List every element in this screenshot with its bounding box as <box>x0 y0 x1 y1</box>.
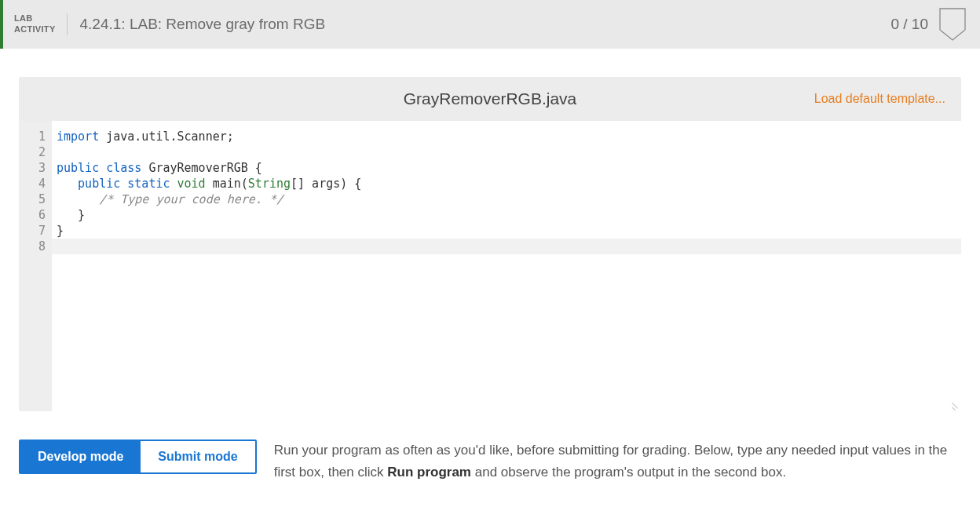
editor-header: GrayRemoverRGB.java Load default templat… <box>19 77 961 121</box>
bottom-controls: Develop mode Submit mode Run your progra… <box>19 440 961 483</box>
line-number: 1 <box>19 129 52 144</box>
activity-type-label: LAB ACTIVITY <box>14 13 68 35</box>
line-number: 3 <box>19 160 52 176</box>
code-line[interactable]: /* Type your code here. */ <box>57 191 956 207</box>
activity-title: 4.24.1: LAB: Remove gray from RGB <box>80 16 891 33</box>
run-program-bold: Run program <box>387 465 471 480</box>
load-default-template-link[interactable]: Load default template... <box>814 92 945 106</box>
lab-header: LAB ACTIVITY 4.24.1: LAB: Remove gray fr… <box>0 0 980 49</box>
code-line[interactable]: } <box>57 207 956 223</box>
code-text-area[interactable]: import java.util.Scanner;public class Gr… <box>52 121 961 411</box>
line-number: 2 <box>19 144 52 160</box>
line-number: 8 <box>19 239 52 254</box>
activity-type-line1: LAB <box>14 13 56 24</box>
code-line[interactable] <box>57 239 956 254</box>
code-editor[interactable]: 12345678 import java.util.Scanner;public… <box>19 121 961 411</box>
activity-type-line2: ACTIVITY <box>14 24 56 35</box>
code-line[interactable]: public static void main(String[] args) { <box>57 176 956 191</box>
code-line[interactable] <box>57 144 956 160</box>
instructions-text: Run your program as often as you'd like,… <box>274 440 961 483</box>
code-editor-panel: GrayRemoverRGB.java Load default templat… <box>19 77 961 411</box>
line-number: 6 <box>19 207 52 223</box>
develop-mode-button[interactable]: Develop mode <box>20 441 141 472</box>
submit-mode-button[interactable]: Submit mode <box>141 441 254 472</box>
score-display: 0 / 10 <box>890 16 928 33</box>
shield-icon <box>939 8 966 41</box>
code-line[interactable]: } <box>57 223 956 239</box>
mode-toggle: Develop mode Submit mode <box>19 440 257 474</box>
instructions-after: and observe the program's output in the … <box>471 465 786 480</box>
line-number: 5 <box>19 191 52 207</box>
resize-handle-icon[interactable] <box>947 397 958 408</box>
code-line[interactable]: public class GrayRemoverRGB { <box>57 160 956 176</box>
line-number-gutter: 12345678 <box>19 121 52 411</box>
line-number: 7 <box>19 223 52 239</box>
line-number: 4 <box>19 176 52 191</box>
code-line[interactable]: import java.util.Scanner; <box>57 129 956 144</box>
